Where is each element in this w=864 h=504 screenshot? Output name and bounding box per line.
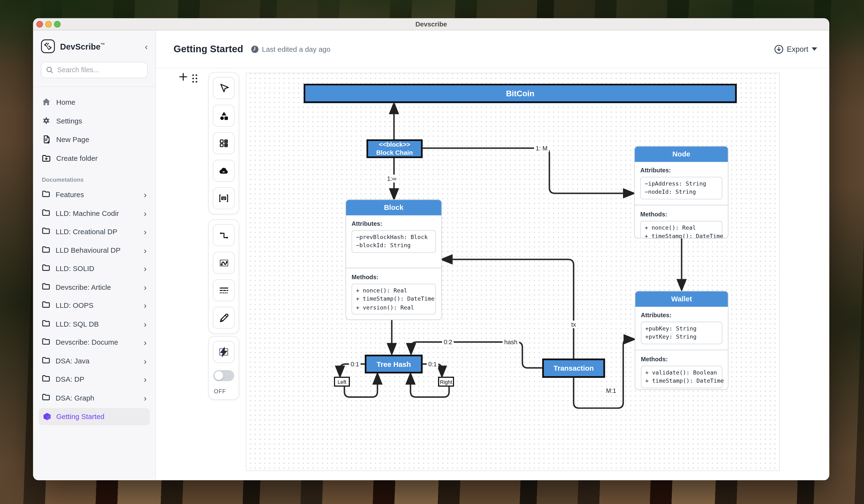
- sidebar-item-label: New Page: [56, 135, 89, 144]
- line-styles-icon: [218, 284, 229, 296]
- keyboard-tool-button[interactable]: [213, 187, 235, 209]
- add-block-icon[interactable]: [178, 72, 188, 82]
- sidebar-folder-devscribe-article[interactable]: Devscribe: Article ›: [33, 278, 155, 296]
- toolbar-panel-power: OFF: [208, 336, 239, 400]
- edge-label-hash: hash: [503, 338, 519, 346]
- chevron-right-icon[interactable]: ›: [144, 228, 146, 236]
- layout-tool-button[interactable]: [213, 132, 235, 154]
- sidebar-folder-lld-oops[interactable]: LLD: OOPS ›: [33, 296, 155, 315]
- diagram-node-right[interactable]: Right: [438, 377, 454, 386]
- sidebar-item-home[interactable]: Home: [33, 93, 155, 111]
- sidebar-folder-lld-machine-coding[interactable]: LLD: Machine Codir ›: [33, 204, 155, 223]
- folder-label: DSA: Graph: [56, 394, 94, 402]
- sidebar-folder-dsa-graph[interactable]: DSA: Graph ›: [33, 389, 155, 407]
- class-title: Node: [635, 147, 728, 162]
- diagram-class-node[interactable]: Node Attributes: −ipAddress: String −nod…: [634, 146, 729, 238]
- diagram-edges: [246, 73, 780, 471]
- methods-label: Methods:: [641, 356, 722, 362]
- window-title: Devscribe: [416, 20, 447, 28]
- active-item-label: Getting Started: [56, 413, 104, 421]
- diagram-node-blockchain[interactable]: <<block>> Block Chain: [367, 139, 423, 158]
- pencil-tool-button[interactable]: [213, 307, 235, 329]
- line-style-button[interactable]: [213, 279, 235, 302]
- folder-icon: [42, 246, 50, 255]
- elbow-connector-button[interactable]: [213, 224, 235, 246]
- node-title: Block Chain: [376, 149, 413, 157]
- sidebar-folder-devscribe-docume[interactable]: Devscribe: Docume ›: [33, 333, 155, 352]
- diagram-node-left[interactable]: Left: [334, 377, 350, 386]
- edge-label-left-zero-one: 0:1: [349, 360, 361, 368]
- chevron-right-icon[interactable]: ›: [144, 265, 146, 273]
- sidebar-item-getting-started[interactable]: Getting Started: [38, 408, 150, 425]
- select-tool-button[interactable]: [213, 77, 235, 99]
- sidebar-folder-lld-sql-db[interactable]: LLD: SQL DB ›: [33, 315, 155, 333]
- cursor-icon: [218, 82, 229, 94]
- maximize-window-button[interactable]: [54, 21, 60, 27]
- download-circle-icon: [774, 44, 783, 54]
- class-title: Block: [346, 200, 441, 216]
- sidebar-item-label: Home: [56, 98, 75, 106]
- search-input[interactable]: [41, 62, 148, 78]
- sidebar-item-new-page[interactable]: New Page: [33, 130, 155, 149]
- keyboard-icon: [218, 192, 230, 204]
- chevron-right-icon[interactable]: ›: [144, 190, 146, 199]
- node-title: Left: [338, 379, 346, 385]
- app-window: Devscribe DevScribe™ ‹: [33, 18, 829, 480]
- shapes-tool-button[interactable]: [213, 105, 235, 127]
- folder-label: LLD: Creational DP: [56, 228, 117, 236]
- node-title: Transaction: [554, 364, 594, 372]
- sidebar-folder-dsa-dp[interactable]: DSA: DP ›: [33, 370, 155, 389]
- diagram-node-transaction[interactable]: Transaction: [542, 359, 605, 378]
- methods-box: + nonce(): Real + timeStamp(): DateTime: [640, 221, 722, 238]
- chevron-right-icon[interactable]: ›: [144, 375, 146, 383]
- chevron-right-icon[interactable]: ›: [144, 320, 146, 328]
- sidebar-folder-lld-creational-dp[interactable]: LLD: Creational DP ›: [33, 222, 155, 241]
- chevron-right-icon[interactable]: ›: [144, 209, 146, 217]
- sidebar-item-label: Settings: [56, 116, 82, 125]
- chevron-right-icon[interactable]: ›: [144, 394, 146, 402]
- sidebar-item-settings[interactable]: Settings: [33, 111, 155, 130]
- attributes-label: Attributes:: [640, 167, 722, 173]
- sidebar-collapse-icon[interactable]: ‹: [145, 42, 148, 50]
- curve-connector-button[interactable]: [213, 252, 235, 274]
- editor-content: w: [156, 69, 829, 480]
- diagram-class-wallet[interactable]: Wallet Attributes: +pubKey: String +pvtK…: [635, 291, 729, 390]
- folder-label: LLD Behavioural DP: [56, 246, 121, 254]
- close-window-button[interactable]: [36, 21, 43, 27]
- pencil-icon: [218, 312, 229, 323]
- chevron-right-icon[interactable]: ›: [144, 302, 146, 309]
- node-title: BitCoin: [506, 89, 534, 98]
- folder-icon: [42, 356, 50, 366]
- methods-label: Methods:: [351, 274, 436, 280]
- diagram-class-block[interactable]: Block Attributes: −prevBlockHash: Block …: [346, 199, 442, 320]
- sidebar-folder-features[interactable]: Features ›: [33, 186, 155, 204]
- diagram-node-treehash[interactable]: Tree Hash: [365, 355, 423, 373]
- attributes-box: +pubKey: String +pvtKey: String: [641, 322, 722, 344]
- sidebar-folder-lld-behavioural-dp[interactable]: LLD Behavioural DP ›: [33, 241, 155, 259]
- sidebar-folder-dsa-java[interactable]: DSA: Java ›: [33, 352, 155, 370]
- diagram-canvas[interactable]: BitCoin <<block>> Block Chain Tree Hash …: [246, 73, 780, 471]
- attributes-box: −ipAddress: String −nodeId: String: [640, 177, 722, 199]
- power-toggle[interactable]: [213, 370, 234, 381]
- search-icon: [46, 66, 53, 74]
- sidebar-item-create-folder[interactable]: Create folder: [33, 149, 155, 168]
- export-button[interactable]: Export: [774, 44, 817, 54]
- folder-icon: [42, 190, 50, 199]
- cloud-tool-button[interactable]: w: [213, 160, 235, 182]
- chevron-right-icon[interactable]: ›: [144, 283, 146, 291]
- cloud-icon: w: [218, 164, 230, 177]
- drag-handle-icon[interactable]: [192, 74, 197, 83]
- minimize-window-button[interactable]: [45, 21, 52, 27]
- svg-text:w: w: [222, 170, 225, 173]
- folder-icon: [42, 301, 50, 310]
- chevron-right-icon[interactable]: ›: [144, 357, 146, 365]
- toolbar-panel-connectors: [208, 219, 239, 334]
- sidebar: DevScribe™ ‹: [33, 30, 156, 480]
- diagram-node-bitcoin[interactable]: BitCoin: [304, 84, 737, 103]
- chevron-right-icon[interactable]: ›: [144, 246, 146, 254]
- lightning-tool-button[interactable]: [213, 341, 235, 363]
- methods-box: + nonce(): Real + timeStamp(): DateTime …: [351, 284, 436, 315]
- chevron-right-icon[interactable]: ›: [144, 339, 146, 347]
- sidebar-folder-lld-solid[interactable]: LLD: SOLID ›: [33, 259, 155, 278]
- folder-label: LLD: OOPS: [56, 302, 94, 309]
